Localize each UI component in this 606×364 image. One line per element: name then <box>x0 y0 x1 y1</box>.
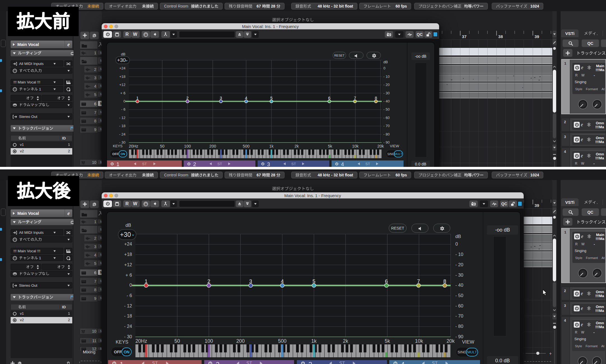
rack-knob-0[interactable] <box>577 356 588 364</box>
preset-management-button[interactable] <box>161 31 170 38</box>
vzoom-dot[interactable] <box>553 157 556 160</box>
rack-knob-1[interactable] <box>592 268 602 278</box>
plugin-bypass-button[interactable] <box>113 200 121 207</box>
scroll-down-chevron[interactable] <box>553 139 556 143</box>
tab-media[interactable]: . <box>579 29 603 37</box>
band-tab-power-icon[interactable] <box>112 361 116 364</box>
copy-ab-button[interactable] <box>150 200 159 207</box>
versions-section-header[interactable] <box>11 294 77 300</box>
band-next-icon[interactable] <box>228 162 230 165</box>
midi-input-field[interactable]: All MIDI Inputs <box>11 60 63 67</box>
input-channel-field[interactable] <box>11 67 72 74</box>
plugin-bypass-button[interactable] <box>113 31 121 38</box>
output-channel-field[interactable]: 1 <box>11 255 63 261</box>
program-selector-left[interactable] <box>11 95 41 101</box>
track-row-2[interactable]: 2 <box>84 235 98 242</box>
scroll-dot[interactable] <box>553 216 556 219</box>
band-prev-icon[interactable] <box>422 361 425 364</box>
open-pad-button[interactable] <box>64 255 72 261</box>
input-channel-field[interactable] <box>11 236 72 242</box>
status-item-3[interactable]: 67 28 <box>225 3 285 10</box>
midi-input-field[interactable]: All MIDI Inputs <box>11 229 63 235</box>
draw-tool-button[interactable] <box>553 39 556 45</box>
rack-param-1[interactable]: Formant <box>586 87 598 91</box>
eq-band-point-2[interactable] <box>186 100 189 103</box>
scroll-top-button[interactable] <box>553 200 556 206</box>
track-row-f2[interactable] <box>80 225 98 234</box>
version-radio[interactable] <box>13 143 17 147</box>
rack-knob-0[interactable] <box>578 99 588 109</box>
preset-name-field[interactable] <box>179 200 235 207</box>
band-tab-2[interactable]: 2ST <box>184 160 255 167</box>
instrument-edit-button[interactable]: e <box>581 122 585 128</box>
write-automation-button[interactable]: W <box>131 31 140 38</box>
band-tab-power-icon[interactable] <box>335 162 339 166</box>
focus-indicator[interactable] <box>433 32 438 37</box>
draw-tool-button[interactable] <box>553 207 556 214</box>
rack-item-4[interactable]: 4eOmn!!!MaRW-SingingStyleFormantAt <box>561 316 606 364</box>
audition-button[interactable] <box>349 52 363 59</box>
program-selector-left-spinner[interactable] <box>37 96 39 101</box>
version-radio[interactable] <box>13 318 17 322</box>
keys-toggle[interactable]: OFFON <box>110 150 128 158</box>
vzoom-minus[interactable] <box>553 154 556 155</box>
freeze-icon[interactable] <box>587 291 591 296</box>
program-selector-right[interactable] <box>42 264 72 270</box>
scroll-dot[interactable] <box>553 47 556 50</box>
band-tab-power-icon[interactable] <box>208 361 213 364</box>
snapshot-button[interactable] <box>469 200 478 207</box>
version-radio[interactable] <box>13 150 17 153</box>
db-range-button[interactable]: +30 <box>115 56 130 64</box>
switch-ab-button[interactable]: a <box>142 31 150 38</box>
reset-button[interactable]: RESET <box>389 224 407 233</box>
status-item-7[interactable]: 1024 <box>492 3 543 10</box>
band-prev-icon[interactable] <box>283 162 286 165</box>
preset-browser-button[interactable] <box>252 31 259 38</box>
freeze-icon[interactable] <box>587 137 591 142</box>
snapshot-menu-button[interactable] <box>480 200 488 207</box>
status-item-6[interactable] <box>414 172 488 178</box>
rack-write-label[interactable]: W <box>581 162 584 165</box>
status-item-2[interactable]: Control Room <box>160 3 223 10</box>
band-next-icon[interactable] <box>153 162 156 165</box>
track-row-9[interactable]: 9 <box>80 295 98 302</box>
audio-output-field[interactable]: Stereo Out <box>11 282 72 288</box>
keys-on-button[interactable]: ON <box>122 347 132 356</box>
spinner-up-icon[interactable] <box>37 265 39 267</box>
window-title-bar[interactable]: Main Vocal: Ins. 1 - Frequency <box>102 192 524 199</box>
band-tab-4[interactable]: 4ST <box>332 160 404 167</box>
rack-param-2[interactable]: At <box>602 256 605 260</box>
freeze-icon[interactable] <box>587 322 591 327</box>
rack-qc-button[interactable]: QC <box>582 208 599 216</box>
band-next-icon[interactable] <box>260 361 262 364</box>
rack-read-label[interactable]: R <box>575 73 578 77</box>
view-sing-label[interactable]: SING <box>387 152 395 156</box>
program-selector-left-spinner[interactable] <box>37 265 39 269</box>
write-automation-button[interactable]: W <box>131 200 140 207</box>
rack-knob-1[interactable] <box>592 356 602 364</box>
band-next-icon[interactable] <box>353 361 355 364</box>
duplicate-version-icon[interactable] <box>17 361 22 364</box>
eq-band-point-8[interactable] <box>374 100 377 103</box>
track-row-2[interactable]: 2 <box>84 66 98 73</box>
band-prev-icon[interactable] <box>329 361 332 364</box>
program-selector-left[interactable] <box>11 264 41 270</box>
lock-button[interactable] <box>509 200 517 207</box>
hzoom-thumb[interactable] <box>536 352 539 355</box>
view-sing-label[interactable]: SING <box>458 350 467 354</box>
edit-channel-button[interactable]: e <box>65 41 72 48</box>
band-tab-2[interactable]: 2ST <box>204 360 294 364</box>
rack-knob-1[interactable] <box>592 99 602 109</box>
track-row-4[interactable]: 4 <box>84 251 98 258</box>
track-row-9[interactable]: 9 <box>80 126 98 133</box>
next-preset-button[interactable] <box>244 31 251 38</box>
view-mult-button[interactable]: MULT <box>466 348 478 356</box>
scroll-top-button[interactable] <box>553 31 556 38</box>
vertical-scrollbar[interactable] <box>553 70 556 113</box>
track-row-4[interactable]: 4 <box>84 83 98 90</box>
band-next-icon[interactable] <box>376 162 378 165</box>
band-next-icon[interactable] <box>446 361 448 364</box>
rack-item-4[interactable]: 4eOmn!!!MaRW-SingingStyleFormantAt <box>561 148 606 167</box>
rack-read-label[interactable]: R <box>575 162 577 165</box>
program-selector-right-spinner[interactable] <box>68 265 70 269</box>
